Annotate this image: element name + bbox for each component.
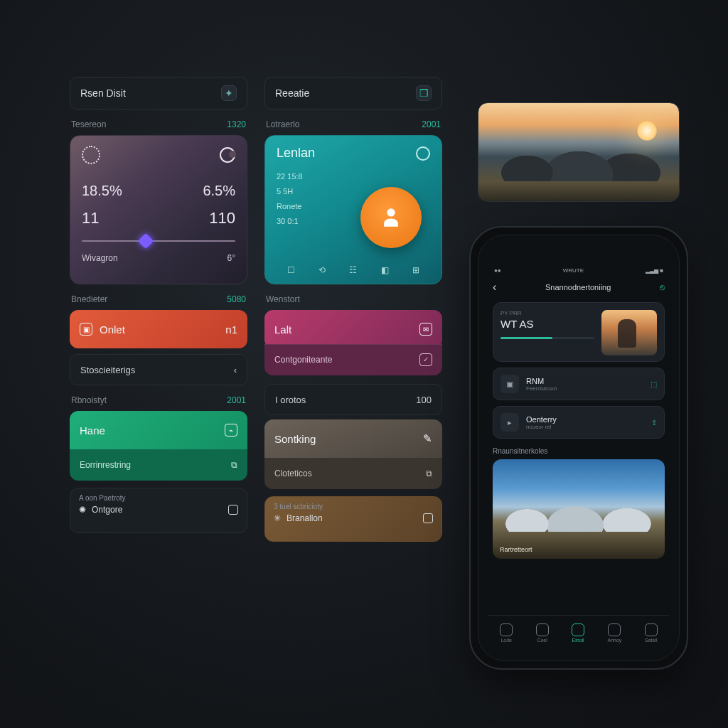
section-label: Wenstort	[266, 294, 300, 304]
section-label-1: Tesereon 1320	[71, 119, 246, 129]
tray-icon[interactable]: ⊞	[412, 265, 419, 275]
status-left: ●●	[494, 267, 501, 274]
card-onlet[interactable]: ▣Onlet n1	[70, 310, 247, 348]
section-value: 5080	[227, 294, 246, 304]
row-orotos[interactable]: I orotos 100	[264, 384, 442, 415]
mini-card-1[interactable]: A oon Paetroty ✺Ontgore	[70, 488, 247, 533]
progress-bar[interactable]	[500, 337, 594, 339]
tab-icon	[572, 623, 584, 636]
spark-icon: ✳	[274, 513, 281, 523]
photo-caption: Rartretteort	[500, 546, 532, 553]
ring-icon	[416, 146, 430, 161]
card-hane-sub[interactable]: Eorrinrestring ⧉	[70, 449, 247, 481]
tab-item[interactable]: Annoy	[607, 623, 621, 643]
tab-icon	[608, 623, 621, 636]
tab-item[interactable]: Lode	[500, 623, 513, 643]
card-lalt-sub[interactable]: Contgoniteante ✓	[264, 344, 442, 375]
mini-item: Branallon	[287, 513, 323, 523]
photo-card[interactable]: Rartretteort	[493, 459, 665, 559]
card-sontking-sub[interactable]: Cloteticos ⧉	[264, 458, 442, 489]
card-title: Hane	[80, 424, 105, 437]
card-hane[interactable]: Hane ⌁	[70, 411, 247, 449]
person-icon	[379, 205, 403, 230]
header-card-2[interactable]: Reeatie ❒	[264, 77, 442, 109]
mini-label: 3 tuel scbricioty	[274, 503, 323, 510]
section-label: Tesereon	[71, 119, 106, 129]
weather-pct-right: 6.5%	[203, 183, 235, 199]
tab-item[interactable]: Setell	[645, 623, 658, 643]
hero-image	[478, 102, 680, 202]
row-stoscie[interactable]: Stoscieiterigs ‹	[70, 354, 247, 385]
list-sub: Feerdstroon	[526, 385, 643, 392]
back-button[interactable]: ‹	[493, 281, 496, 294]
sun-icon	[82, 146, 100, 164]
section-value: 2001	[422, 119, 441, 129]
square-icon: ▣	[80, 323, 92, 336]
section-label-3: Rbnoistyt 2001	[71, 395, 246, 405]
status-bar: ●● WRUTE ▂▃▅ ■	[488, 264, 669, 277]
section-label-4: Lotraerlo 2001	[266, 119, 441, 129]
tab-label: Setell	[645, 638, 658, 643]
card-sontking[interactable]: Sontking ✎	[264, 419, 442, 458]
phone-screen: ●● WRUTE ▂▃▅ ■ ‹ Snannodnertoniing ⎋ PY …	[488, 264, 669, 651]
chat-icon: ✉	[419, 323, 432, 336]
weather-card[interactable]: 18.5% 6.5% 11 110 Wivagron 6°	[70, 135, 247, 284]
card-title: Onlet	[100, 323, 125, 336]
mini-card-2[interactable]: 3 tuel scbricioty ✳Branallon	[264, 496, 442, 542]
card-subtitle: Contgoniteante	[274, 355, 332, 365]
header-title: Rsen Disit	[80, 87, 126, 99]
play-tag: PY PRR	[500, 310, 594, 316]
row-label: Stoscieiterigs	[80, 365, 135, 375]
section-label: Rnaunsitnerkoles	[493, 447, 665, 455]
weather-num-left: 11	[82, 209, 99, 228]
list-badge: ⇪	[651, 419, 657, 427]
tab-label: Lode	[500, 638, 512, 643]
now-playing-card[interactable]: PY PRR WT AS	[493, 302, 665, 362]
mini-label: A oon Paetroty	[79, 494, 126, 502]
tray-icon[interactable]: ⟲	[318, 265, 326, 275]
header-card-1[interactable]: Rsen Disit ✦	[70, 77, 247, 109]
slider-knob[interactable]	[138, 233, 154, 250]
weather-slider[interactable]	[82, 240, 235, 242]
section-value: 2001	[227, 395, 246, 405]
teal-title: Lenlan	[277, 146, 315, 161]
check-icon: ✓	[419, 353, 432, 366]
link-icon: ⧉	[426, 469, 432, 478]
header-action-icon[interactable]: ❒	[416, 85, 432, 101]
section-label-2: Bnedieter 5080	[71, 294, 246, 304]
tool-icon: ✎	[423, 432, 432, 445]
tab-item[interactable]: Elnoll	[572, 623, 584, 643]
card-lalt[interactable]: Lalt ✉	[264, 310, 442, 348]
nav-bar: ‹ Snannodnertoniing ⎋	[488, 277, 669, 298]
list-item[interactable]: ▣ RNMFeerdstroon ⬚	[493, 368, 665, 400]
weather-footer-label: Wivagron	[82, 253, 118, 263]
nav-action-icon[interactable]: ⎋	[660, 282, 665, 292]
tray-icon[interactable]: ◧	[381, 265, 389, 275]
row-label: I orotos	[275, 395, 306, 405]
status-right: ▂▃▅ ■	[646, 267, 663, 274]
tab-icon	[645, 623, 658, 636]
tab-label: Annoy	[607, 638, 621, 643]
row-value: 100	[416, 395, 432, 405]
chip-icon	[423, 513, 433, 523]
tab-label: Coel	[537, 638, 547, 643]
list-icon: ▸	[500, 413, 519, 432]
tab-icon	[536, 623, 549, 636]
play-button[interactable]	[360, 187, 422, 248]
section-label: Bnedieter	[71, 294, 107, 304]
list-item[interactable]: ▸ Oenterryncueor rel ⇪	[493, 406, 665, 439]
list-title: Oenterry	[526, 415, 644, 424]
teal-card[interactable]: Lenlan 22 15:8 5 5H Ronete 30 0:1 ☐ ⟲ ☷ …	[264, 135, 442, 284]
tray-icon[interactable]: ☐	[287, 265, 295, 275]
list-title: RNM	[526, 377, 643, 385]
section-label: Rbnoistyt	[71, 395, 107, 405]
list-icon: ▣	[500, 375, 519, 393]
list-sub: ncueor rel	[526, 424, 644, 430]
card-badge: n1	[225, 323, 237, 336]
header-action-icon[interactable]: ✦	[221, 85, 237, 101]
tab-bar: Lode Coel Elnoll Annoy Setell	[488, 615, 669, 651]
play-thumbnail	[601, 310, 657, 355]
tray-icon[interactable]: ☷	[349, 265, 357, 275]
tab-item[interactable]: Coel	[536, 623, 549, 643]
section-label: Lotraerlo	[266, 119, 299, 129]
